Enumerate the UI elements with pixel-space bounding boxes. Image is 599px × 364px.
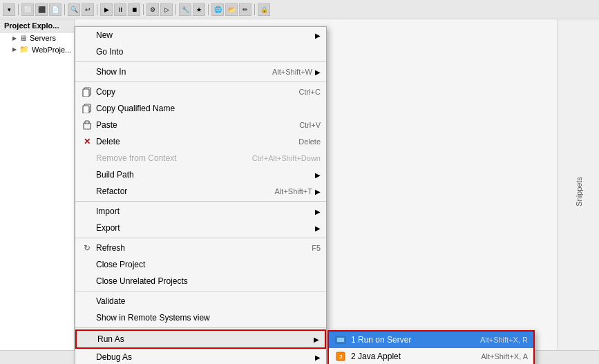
run-on-server-shortcut: Alt+Shift+X, R: [480, 336, 528, 344]
toolbar-icon-14[interactable]: 🌐: [211, 3, 224, 16]
build-path-label: Build Path: [96, 170, 312, 180]
menu-item-copy[interactable]: Copy Ctrl+C: [75, 84, 326, 100]
refactor-icon: [81, 185, 93, 198]
toolbar-icon-15[interactable]: 📂: [225, 3, 238, 16]
toolbar-sep-7: [254, 4, 255, 15]
delete-icon: ✕: [81, 135, 93, 148]
refactor-shortcut: Alt+Shift+T: [261, 187, 312, 195]
folder-icon: 📁: [19, 45, 29, 54]
show-in-label: Show In: [96, 67, 258, 77]
menu-item-paste[interactable]: Paste Ctrl+V: [75, 117, 326, 133]
svg-rect-3: [83, 106, 89, 113]
menu-item-copy-qualified[interactable]: Copy Qualified Name: [75, 100, 326, 117]
sep-6: [75, 327, 326, 328]
webproject-label: WebProje...: [32, 46, 71, 54]
toolbar-icon-12[interactable]: 🔧: [179, 3, 191, 16]
paste-icon: [81, 119, 93, 131]
menu-item-run-as[interactable]: Run As ▶ 1 Run on Server Alt+Shift+X, R: [75, 329, 326, 349]
toolbar-icon-16[interactable]: ✏: [239, 3, 251, 16]
menu-item-go-into[interactable]: Go Into: [75, 44, 326, 60]
run-as-icon: [82, 333, 95, 345]
export-icon: [81, 222, 93, 234]
refactor-label: Refactor: [96, 186, 261, 196]
toolbar-icon-2[interactable]: ⬜: [21, 3, 34, 16]
java-applet-label: 2 Java Applet: [351, 352, 481, 361]
sep-4: [75, 238, 326, 238]
toolbar-icon-8[interactable]: ⏸: [114, 3, 126, 16]
delete-shortcut: Delete: [285, 137, 321, 146]
menu-item-show-in[interactable]: Show In Alt+Shift+W ▶: [75, 64, 326, 80]
close-project-icon: [81, 258, 93, 271]
toolbar-sep-2: [64, 4, 65, 15]
toolbar-sep-6: [208, 4, 209, 15]
copy-icon: [81, 86, 93, 98]
menu-item-export[interactable]: Export ▶: [75, 220, 326, 236]
server-icon: 🖥: [19, 34, 27, 42]
sidebar-item-webproject[interactable]: ▶ 📁 WebProje...: [0, 44, 74, 55]
menu-item-refresh[interactable]: ↻ Refresh F5: [75, 240, 326, 256]
servers-label: Servers: [30, 34, 56, 42]
menu-item-show-remote[interactable]: Show in Remote Systems view: [75, 309, 326, 326]
menu-item-debug-as[interactable]: Debug As ▶: [75, 349, 326, 364]
export-arrow: ▶: [315, 224, 321, 232]
sep-2: [75, 82, 326, 82]
show-in-arrow: ▶: [315, 68, 321, 76]
toolbar-sep-4: [143, 4, 144, 15]
svg-text:J: J: [339, 354, 342, 360]
paste-shortcut: Ctrl+V: [285, 121, 321, 129]
copy-qualified-label: Copy Qualified Name: [96, 104, 321, 113]
close-unrelated-label: Close Unrelated Projects: [96, 276, 321, 286]
submenu-item-java-applet[interactable]: J 2 Java Applet Alt+Shift+X, A: [329, 348, 533, 364]
toolbar-icon-10[interactable]: ⚙: [146, 3, 159, 16]
toolbar-icon-1[interactable]: ▾: [3, 3, 15, 16]
toolbar-icon-3[interactable]: ⬛: [35, 3, 48, 16]
snippets-panel: Snippets: [558, 19, 599, 364]
svg-rect-5: [85, 121, 89, 124]
toolbar-icon-6[interactable]: ↩: [82, 3, 94, 16]
copy-qualified-icon: [81, 102, 93, 115]
menu-item-import[interactable]: Import ▶: [75, 203, 326, 220]
toolbar-icon-4[interactable]: 📄: [49, 3, 61, 16]
toolbar-sep-1: [18, 4, 19, 15]
toolbar: ▾ ⬜ ⬛ 📄 🔍 ↩ ▶ ⏸ ⏹ ⚙ ▷ 🔧 ★ 🌐 📂 ✏ 🔒: [0, 0, 599, 19]
import-label: Import: [96, 207, 312, 216]
context-menu: New ▶ Go Into Show In Alt+Shift+W ▶ Copy…: [75, 26, 327, 364]
svg-rect-1: [83, 89, 89, 97]
toolbar-icon-7[interactable]: ▶: [100, 3, 113, 16]
go-into-icon: [81, 46, 93, 58]
run-as-submenu: 1 Run on Server Alt+Shift+X, R J 2 Java …: [327, 330, 535, 364]
menu-item-delete[interactable]: ✕ Delete Delete: [75, 133, 326, 150]
toolbar-icon-11[interactable]: ▷: [160, 3, 173, 16]
toolbar-icon-5[interactable]: 🔍: [68, 3, 80, 16]
menu-item-remove-context[interactable]: Remove from Context Ctrl+Alt+Shift+Down: [75, 150, 326, 166]
show-remote-label: Show in Remote Systems view: [96, 313, 321, 323]
sidebar-item-servers[interactable]: ▶ 🖥 Servers: [0, 32, 74, 44]
sep-1: [75, 61, 326, 62]
menu-item-validate[interactable]: Validate: [75, 293, 326, 309]
debug-as-icon: [81, 351, 93, 363]
menu-item-new[interactable]: New ▶: [75, 27, 326, 44]
validate-icon: [81, 295, 93, 307]
sep-5: [75, 291, 326, 291]
close-unrelated-icon: [81, 275, 93, 287]
show-in-shortcut: Alt+Shift+W: [258, 68, 312, 76]
build-path-icon: [81, 169, 93, 181]
panel-title-text: Project Explo...: [4, 21, 59, 30]
new-icon: [81, 29, 93, 41]
refresh-shortcut: F5: [298, 244, 321, 252]
refresh-icon: ↻: [81, 242, 93, 254]
java-applet-shortcut: Alt+Shift+X, A: [481, 352, 528, 361]
toolbar-icon-17[interactable]: 🔒: [258, 3, 270, 16]
menu-item-build-path[interactable]: Build Path ▶: [75, 166, 326, 183]
toolbar-icon-13[interactable]: ★: [193, 3, 205, 16]
new-arrow: ▶: [315, 32, 321, 39]
export-label: Export: [96, 223, 312, 233]
menu-item-close-project[interactable]: Close Project: [75, 256, 326, 273]
submenu-item-run-on-server[interactable]: 1 Run on Server Alt+Shift+X, R: [329, 332, 533, 348]
menu-item-refactor[interactable]: Refactor Alt+Shift+T ▶: [75, 183, 326, 200]
toolbar-sep-3: [97, 4, 97, 15]
show-remote-icon: [81, 312, 93, 324]
toolbar-icon-9[interactable]: ⏹: [128, 3, 140, 16]
debug-as-arrow: ▶: [315, 354, 321, 361]
menu-item-close-unrelated[interactable]: Close Unrelated Projects: [75, 273, 326, 289]
